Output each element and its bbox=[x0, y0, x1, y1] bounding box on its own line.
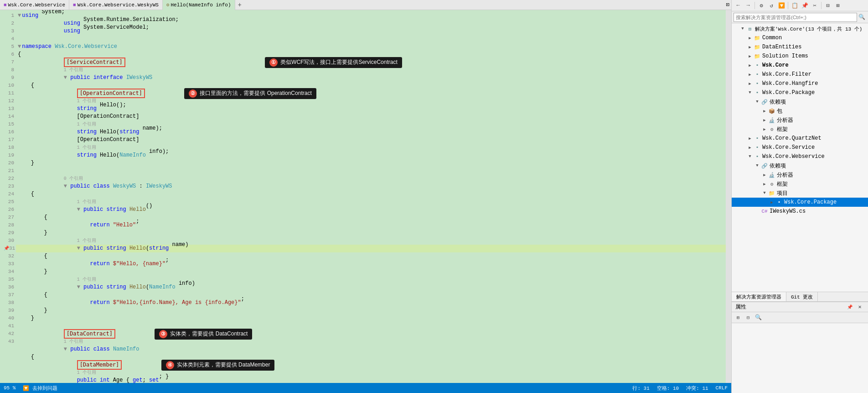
code-line-22: 0 个引用 bbox=[16, 175, 726, 183]
tree-label-wskcore: Wsk.Core bbox=[762, 62, 789, 68]
code-line-46: [DataMember] ④ 实体类到元素，需要提供 DataMember bbox=[16, 361, 726, 369]
tree-item-framework2[interactable]: ▶ ⚙ 框架 bbox=[732, 179, 868, 189]
tab-solution-explorer[interactable]: 解决方案资源管理器 bbox=[732, 292, 786, 301]
tree-item-solutionitems[interactable]: ▶ 📁 Solution Items bbox=[732, 52, 868, 61]
code-line-33: return $"Hello, {name}"; bbox=[16, 260, 726, 268]
toolbar-filter-button[interactable]: 🔽 bbox=[777, 1, 786, 10]
tab-hello[interactable]: ⊙ Hello(NameInfo info) bbox=[163, 0, 235, 10]
properties-close-button[interactable]: ✕ bbox=[855, 303, 864, 312]
annotation-4-text: 实体类到元素，需要提供 DataMember bbox=[177, 361, 270, 369]
code-line-40: } bbox=[16, 314, 726, 322]
tree-label-analyzer1: 分析器 bbox=[777, 116, 793, 124]
package-icon: 📦 bbox=[768, 107, 775, 115]
deps-icon-2: 🔗 bbox=[761, 162, 768, 169]
prop-btn-2[interactable]: ⊟ bbox=[744, 313, 753, 322]
tree-arrow-dataentities: ▶ bbox=[746, 45, 754, 50]
tree-item-wskcorepackageref[interactable]: ▶ ▪ Wsk.Core.Package bbox=[732, 198, 868, 207]
code-line-42: [DataContract] ③ 实体类，需要提供 DataContract bbox=[16, 330, 726, 338]
vertical-scrollbar[interactable] bbox=[726, 10, 731, 383]
code-line-36: ▼ public string Hello(NameInfo info) bbox=[16, 283, 726, 291]
project-icon-wskcorewebservice: ▪ bbox=[754, 153, 761, 160]
toolbar-properties-button[interactable]: ⚙ bbox=[757, 1, 766, 10]
operation-contract-attr: [OperationContract] bbox=[77, 89, 145, 98]
code-editor: 12345 678910 1112131415 1617181920 21222… bbox=[0, 10, 731, 383]
toolbar-paste-button[interactable]: 📌 bbox=[800, 1, 809, 10]
tree-label-framework2: 框架 bbox=[777, 180, 788, 188]
panel-tabs: 解决方案资源管理器 Git 更改 bbox=[732, 292, 868, 302]
tab-git-changes[interactable]: Git 更改 bbox=[786, 292, 818, 301]
tree-item-deps1[interactable]: ▼ 🔗 依赖项 bbox=[732, 97, 868, 106]
solution-search-input[interactable] bbox=[734, 13, 857, 22]
code-text[interactable]: ▼ using System; using System.Runtime.Ser… bbox=[16, 10, 726, 383]
tree-item-wskcore[interactable]: ▶ ▪ Wsk.Core bbox=[732, 61, 868, 70]
tree-label-solutionitems: Solution Items bbox=[762, 53, 808, 59]
prop-btn-1[interactable]: ⊞ bbox=[734, 313, 743, 322]
toolbar-expand-button[interactable]: ⊞ bbox=[833, 1, 842, 10]
tab-weskyws[interactable]: ■ Wsk.Core.Webservice.WeskyWS bbox=[69, 0, 163, 10]
tree-item-wskcorefilter[interactable]: ▶ ▪ Wsk.Core.Filter bbox=[732, 70, 868, 79]
conflict-info: 冲突: 11 bbox=[686, 385, 708, 392]
nav-text: 🔽 去掉到问题 bbox=[23, 385, 57, 392]
tree-solution-root[interactable]: ▼ ⊞ 解决方案'Wsk.Core'(13 个项目，共 13 个) bbox=[732, 24, 868, 33]
zoom-level: 95 % bbox=[4, 385, 16, 391]
tree-item-wskcorepackage[interactable]: ▼ ▪ Wsk.Core.Package bbox=[732, 88, 868, 97]
toolbar-refresh-button[interactable]: ↺ bbox=[767, 1, 776, 10]
code-line-26: ▼ public string Hello() bbox=[16, 206, 726, 214]
toolbar-copy-button[interactable]: 📋 bbox=[790, 1, 799, 10]
solution-label: 解决方案'Wsk.Core'(13 个项目，共 13 个) bbox=[755, 26, 862, 32]
tree-arrow-wskcorewebservice: ▼ bbox=[746, 154, 754, 159]
code-line-11: [OperationContract] ② 接口里面的方法，需要提供 Opera… bbox=[16, 89, 726, 97]
tree-item-analyzer1[interactable]: ▶ 🔬 分析器 bbox=[732, 115, 868, 125]
code-line-3: using System.ServiceModel; bbox=[16, 27, 726, 35]
code-line-29: } bbox=[16, 229, 726, 237]
tree-arrow-analyzer1: ▶ bbox=[761, 118, 768, 123]
code-line-14: [OperationContract] bbox=[16, 113, 726, 121]
tree-arrow-deps2: ▼ bbox=[754, 163, 761, 168]
tree-item-projfolder[interactable]: ▼ 📁 项目 bbox=[732, 189, 868, 198]
tree-item-analyzer2[interactable]: ▶ 🔬 分析器 bbox=[732, 170, 868, 179]
tree-arrow-wskcoreservice: ▶ bbox=[746, 145, 754, 150]
tree-arrow-framework1: ▶ bbox=[761, 127, 768, 132]
code-line-48: public int Age { get; set; } bbox=[16, 377, 726, 383]
tree-label-wskcorequartznet: Wsk.Core.QuartzNet bbox=[762, 135, 822, 141]
tree-arrow-solutionitems: ▶ bbox=[746, 54, 754, 59]
tab-webservice[interactable]: ■ Wsk.Core.Webservice bbox=[0, 0, 69, 10]
toolbar-collapse-button[interactable]: ⊟ bbox=[823, 1, 832, 10]
tree-item-framework1[interactable]: ▶ ⚙ 框架 bbox=[732, 125, 868, 134]
tab-add-button[interactable]: + bbox=[235, 1, 244, 9]
expand-editor-button[interactable]: ⊡ bbox=[724, 1, 731, 8]
code-line-23: ▼ public class WeskyWS : IWeskyWS bbox=[16, 183, 726, 190]
folder-icon-common: 📁 bbox=[754, 34, 761, 42]
tree-item-wskcorequartznet[interactable]: ▶ ▪ Wsk.Core.QuartzNet bbox=[732, 134, 868, 143]
tree-arrow-framework2: ▶ bbox=[761, 182, 768, 187]
cs-icon-iweskywscs: C# bbox=[761, 208, 768, 215]
tree-arrow-wskcorefilter: ▶ bbox=[746, 72, 754, 77]
tree-arrow-pkg: ▶ bbox=[761, 109, 768, 114]
prop-search-btn[interactable]: 🔍 bbox=[754, 313, 763, 322]
code-line-21 bbox=[16, 167, 726, 175]
tree-item-deps2[interactable]: ▼ 🔗 依赖项 bbox=[732, 161, 868, 170]
tree-item-wskcorewebservice[interactable]: ▼ ▪ Wsk.Core.Webservice bbox=[732, 152, 868, 161]
tree-item-iweskywscs[interactable]: C# IWeskyWS.cs bbox=[732, 207, 868, 216]
properties-pin-button[interactable]: 📌 bbox=[845, 303, 854, 312]
code-line-25: 1 个引用 bbox=[16, 198, 726, 206]
tree-item-wskcoreservice[interactable]: ▶ ▪ Wsk.Core.Service bbox=[732, 143, 868, 152]
tree-arrow-iweskywscs bbox=[754, 209, 761, 214]
annotation-2-text: 接口里面的方法，需要提供 OperationContract bbox=[200, 89, 311, 97]
code-line-37: { bbox=[16, 291, 726, 299]
tree-arrow-deps1: ▼ bbox=[754, 100, 761, 104]
toolbar-back-button[interactable]: ← bbox=[734, 1, 743, 10]
line-info: 行: 31 bbox=[632, 385, 649, 392]
tree-item-dataentities[interactable]: ▶ 📁 DataEntities bbox=[732, 42, 868, 52]
tree-arrow-root: ▼ bbox=[739, 26, 746, 31]
tree-item-pkg[interactable]: ▶ 📦 包 bbox=[732, 106, 868, 115]
search-icon-button[interactable]: 🔍 bbox=[857, 13, 866, 22]
tree-item-common[interactable]: ▶ 📁 Common bbox=[732, 33, 868, 42]
annotation-3-text: 实体类，需要提供 DataContract bbox=[170, 330, 248, 338]
toolbar-forward-button[interactable]: → bbox=[744, 1, 753, 10]
tree-label-wskcorepackage: Wsk.Core.Package bbox=[762, 89, 815, 96]
properties-content bbox=[732, 323, 868, 330]
code-line-20: } bbox=[16, 159, 726, 167]
toolbar-cut-button[interactable]: ✂ bbox=[810, 1, 819, 10]
tree-item-wskcorehangfire[interactable]: ▶ ▪ Wsk.Core.Hangfire bbox=[732, 79, 868, 88]
